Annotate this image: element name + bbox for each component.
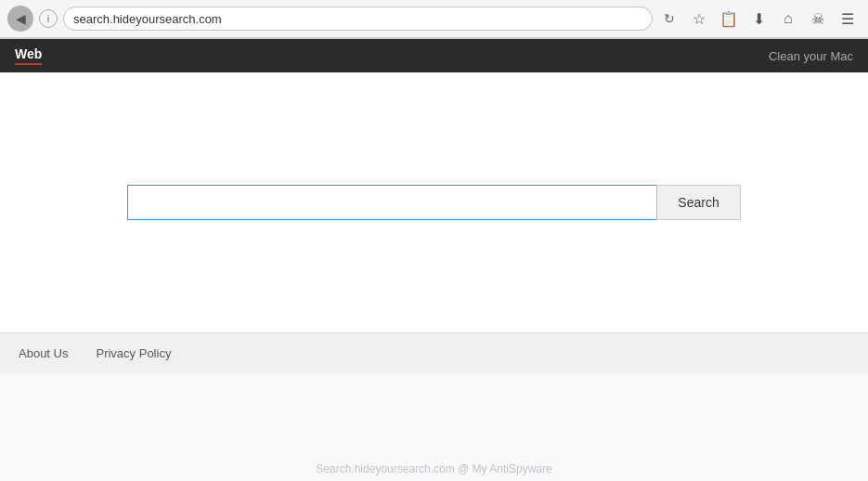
- shield-icon: ☠: [811, 10, 824, 28]
- home-button[interactable]: ⌂: [775, 6, 801, 32]
- info-button[interactable]: i: [39, 9, 58, 28]
- star-button[interactable]: ☆: [686, 6, 712, 32]
- browser-chrome: ◀ i ↻ ☆ 📋 ⬇ ⌂: [0, 0, 868, 39]
- main-content: Search: [0, 72, 868, 332]
- navbar-clean-mac-link[interactable]: Clean your Mac: [769, 49, 853, 63]
- star-icon: ☆: [693, 10, 706, 28]
- download-icon: ⬇: [753, 10, 765, 28]
- site-navbar: Web Clean your Mac: [0, 39, 868, 72]
- briefcase-icon: 📋: [719, 10, 738, 28]
- page-wrapper: ◀ i ↻ ☆ 📋 ⬇ ⌂: [0, 0, 868, 481]
- download-button[interactable]: ⬇: [745, 6, 771, 32]
- footer-bar: About Us Privacy Policy: [0, 332, 868, 373]
- watermark-text: Search.hideyoursearch.com @ My AntiSpywa…: [316, 462, 551, 475]
- content-area: Search About Us Privacy Policy Search.hi…: [0, 72, 868, 481]
- reload-button[interactable]: ↻: [658, 7, 680, 30]
- search-input[interactable]: [127, 185, 656, 220]
- home-icon: ⌂: [784, 10, 793, 27]
- toolbar-icons: ☆ 📋 ⬇ ⌂ ☠ ☰: [686, 6, 861, 32]
- address-input[interactable]: [63, 6, 653, 31]
- about-us-link[interactable]: About Us: [19, 346, 68, 360]
- briefcase-button[interactable]: 📋: [716, 6, 742, 32]
- address-bar-row: ◀ i ↻ ☆ 📋 ⬇ ⌂: [0, 0, 868, 38]
- watermark-area: Search.hideyoursearch.com @ My AntiSpywa…: [0, 373, 868, 481]
- shield-button[interactable]: ☠: [805, 6, 831, 32]
- menu-icon: ☰: [841, 10, 854, 28]
- search-bar-container: Search: [127, 185, 740, 220]
- navbar-web-label: Web: [15, 46, 42, 65]
- info-icon: i: [47, 13, 49, 24]
- menu-button[interactable]: ☰: [835, 6, 861, 32]
- privacy-policy-link[interactable]: Privacy Policy: [96, 346, 171, 360]
- back-button[interactable]: ◀: [7, 6, 33, 32]
- reload-icon: ↻: [664, 11, 675, 26]
- search-button[interactable]: Search: [656, 185, 740, 220]
